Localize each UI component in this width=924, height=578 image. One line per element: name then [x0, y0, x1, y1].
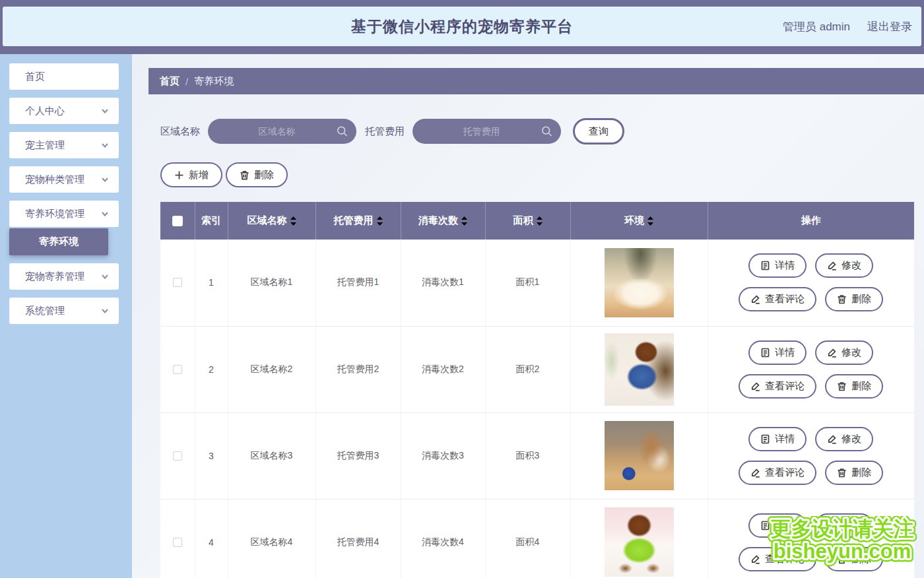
data-table: 索引 区域名称 托管费用 消毒次数 面积 环境 操作 1 区域名称1 托管费用1	[160, 202, 914, 578]
cell-size: 面积1	[485, 240, 570, 326]
row-checkbox[interactable]	[173, 538, 182, 547]
batch-delete-button[interactable]: 删除	[226, 162, 288, 187]
column-header-environment[interactable]: 环境	[570, 202, 708, 240]
trash-icon	[837, 381, 847, 391]
pencil-icon	[750, 468, 760, 478]
search-icon	[541, 126, 552, 137]
sort-icon[interactable]	[290, 216, 296, 226]
sidebar-group: 系统管理	[0, 298, 132, 324]
cell-disinfect: 消毒次数3	[401, 412, 485, 499]
environment-photo	[605, 421, 674, 490]
chevron-down-icon	[100, 106, 110, 115]
document-icon	[760, 434, 770, 444]
logout-link[interactable]: 退出登录	[867, 19, 912, 34]
edit-button[interactable]: 修改	[815, 253, 873, 278]
chevron-down-icon	[100, 306, 110, 315]
sidebar-item-label: 个人中心	[25, 105, 65, 117]
area-name-input-wrap	[208, 119, 356, 144]
edit-button[interactable]: 修改	[815, 340, 873, 365]
sidebar-item-label: 系统管理	[25, 305, 65, 317]
environment-photo	[605, 248, 674, 317]
detail-button[interactable]: 详情	[748, 340, 807, 365]
select-all-checkbox[interactable]	[172, 216, 183, 226]
delete-button[interactable]: 删除	[825, 547, 883, 571]
sidebar-item[interactable]: 寄养环境管理	[9, 201, 119, 227]
add-button[interactable]: 新增	[160, 162, 222, 187]
view-comments-button[interactable]: 查看评论	[739, 287, 816, 311]
header-user-area: 管理员 admin 退出登录	[783, 19, 912, 34]
sort-icon[interactable]	[647, 216, 653, 226]
sidebar-item-label: 宠物种类管理	[25, 174, 84, 186]
cell-index: 4	[195, 499, 228, 578]
cell-area-name: 区域名称3	[228, 412, 315, 499]
pencil-icon	[750, 554, 760, 564]
table-row: 2 区域名称2 托管费用2 消毒次数2 面积2 详情	[160, 326, 914, 412]
sidebar-item[interactable]: 宠物寄养管理	[9, 263, 119, 290]
column-header-disinfect[interactable]: 消毒次数	[401, 202, 485, 240]
breadcrumb-home[interactable]: 首页	[160, 75, 180, 88]
delete-button[interactable]: 删除	[825, 287, 883, 311]
sidebar-item[interactable]: 系统管理	[9, 298, 119, 324]
app-root: 基于微信小程序的宠物寄养平台 管理员 admin 退出登录 首页 个人中心	[0, 0, 924, 578]
sidebar-item[interactable]: 宠物种类管理	[9, 166, 119, 193]
query-button[interactable]: 查询	[573, 118, 624, 144]
view-comments-button[interactable]: 查看评论	[739, 547, 816, 571]
sidebar-group: 寄养环境管理 寄养环境	[0, 201, 132, 255]
sidebar-group: 宠物种类管理	[0, 166, 132, 193]
document-icon	[760, 261, 770, 271]
filter-bar: 区域名称 托管费用 查询	[160, 118, 924, 144]
row-checkbox[interactable]	[173, 451, 182, 461]
cell-disinfect: 消毒次数4	[401, 499, 485, 578]
sidebar-item[interactable]: 首页	[9, 63, 119, 90]
view-comments-button[interactable]: 查看评论	[739, 461, 816, 485]
column-header-fee[interactable]: 托管费用	[315, 202, 401, 240]
pencil-icon	[750, 294, 760, 304]
sort-icon[interactable]	[537, 216, 543, 226]
detail-button[interactable]: 详情	[748, 513, 807, 538]
row-checkbox[interactable]	[173, 278, 182, 287]
row-actions: 详情 修改 查看评论	[733, 340, 889, 399]
sidebar-subitem[interactable]: 寄养环境	[9, 228, 108, 255]
toolbar: 新增 删除	[160, 162, 924, 187]
layout: 首页 个人中心 宠主管理 宠物种类管理	[0, 54, 924, 578]
detail-button[interactable]: 详情	[748, 427, 807, 451]
trash-icon	[240, 170, 249, 180]
row-checkbox[interactable]	[173, 365, 182, 374]
edit-button[interactable]: 修改	[815, 513, 873, 538]
sidebar-item-label: 寄养环境管理	[25, 208, 84, 220]
sort-icon[interactable]	[377, 216, 383, 226]
sidebar-item[interactable]: 宠主管理	[9, 132, 119, 158]
column-header-size[interactable]: 面积	[485, 202, 570, 240]
pencil-icon	[827, 261, 837, 271]
document-icon	[760, 348, 770, 358]
column-header-area-name[interactable]: 区域名称	[228, 202, 315, 240]
table-row: 1 区域名称1 托管费用1 消毒次数1 面积1 详情	[160, 240, 914, 326]
sidebar-item[interactable]: 个人中心	[9, 98, 119, 124]
search-icon	[337, 126, 348, 137]
detail-button[interactable]: 详情	[748, 253, 807, 278]
edit-button[interactable]: 修改	[815, 427, 873, 451]
chevron-down-icon	[100, 141, 110, 150]
breadcrumb: 首页 / 寄养环境	[148, 68, 924, 94]
chevron-down-icon	[100, 175, 110, 184]
sidebar-group: 宠主管理	[0, 132, 132, 158]
cell-area-name: 区域名称1	[228, 240, 315, 326]
row-actions: 详情 修改 查看评论	[733, 253, 889, 311]
document-icon	[760, 521, 770, 530]
add-button-label: 新增	[189, 169, 209, 181]
row-actions: 详情 修改 查看评论	[733, 427, 889, 485]
delete-button[interactable]: 删除	[825, 461, 883, 485]
area-name-input[interactable]	[208, 119, 356, 144]
row-actions: 详情 修改 查看评论	[733, 513, 889, 571]
header-inner: 基于微信小程序的宠物寄养平台 管理员 admin 退出登录	[3, 7, 921, 46]
table-row: 4 区域名称4 托管费用4 消毒次数4 面积4 详情	[160, 499, 914, 578]
sidebar-group: 首页	[0, 63, 132, 90]
delete-button[interactable]: 删除	[825, 374, 883, 399]
sort-icon[interactable]	[461, 216, 467, 226]
trash-icon	[837, 468, 847, 478]
fee-input[interactable]	[412, 119, 561, 144]
table-body: 1 区域名称1 托管费用1 消毒次数1 面积1 详情	[160, 240, 914, 578]
view-comments-button[interactable]: 查看评论	[739, 374, 816, 399]
pencil-icon	[827, 521, 837, 530]
table-row: 3 区域名称3 托管费用3 消毒次数3 面积3 详情	[160, 412, 914, 499]
